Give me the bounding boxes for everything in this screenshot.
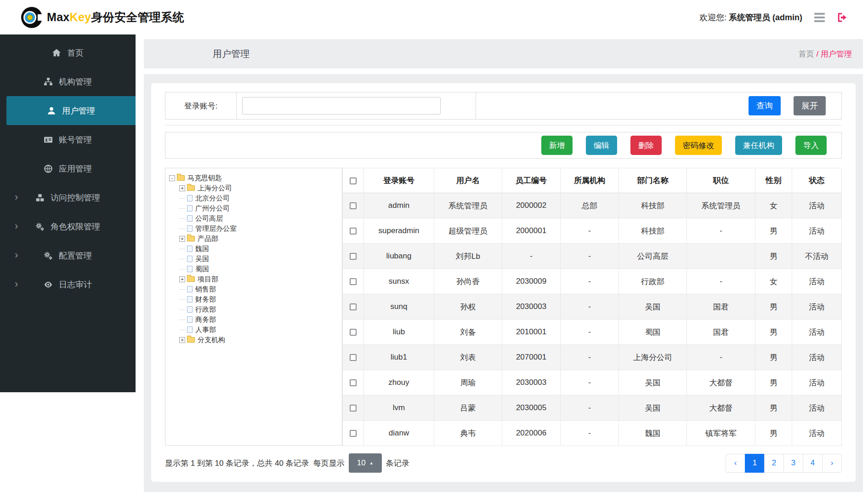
eye-icon: [44, 280, 53, 289]
tree-node[interactable]: 北京分公司: [169, 193, 338, 203]
cell-empno: 2030003: [502, 370, 561, 395]
tree-connector: [179, 198, 185, 199]
row-checkbox[interactable]: [350, 253, 357, 260]
row-checkbox[interactable]: [350, 202, 357, 209]
toolbar-button[interactable]: 密码修改: [675, 136, 722, 155]
page-2-link[interactable]: 2: [764, 454, 784, 473]
sidebar-item-org[interactable]: 机构管理: [0, 67, 136, 96]
tree-node[interactable]: 管理层办公室: [169, 223, 338, 234]
folder-icon: [187, 337, 195, 343]
expand-icon[interactable]: +: [179, 236, 185, 242]
cell-username: 孙权: [434, 294, 502, 320]
page-title: 用户管理: [213, 48, 250, 60]
breadcrumb-home[interactable]: 首页: [799, 50, 814, 58]
menu-toggle-icon[interactable]: [814, 12, 825, 23]
tree-node-label: 公司高层: [195, 214, 223, 223]
expand-button[interactable]: 展开: [794, 96, 826, 115]
main-content: 用户管理 首页 / 用户管理 登录账号: 查询 展开: [136, 34, 868, 492]
table-row: lvm吕蒙2030005-吴国大都督男活动: [343, 395, 842, 421]
toolbar-button[interactable]: 新增: [541, 136, 573, 155]
cell-gender: 男: [755, 421, 792, 446]
tree-node[interactable]: 蜀国: [169, 264, 338, 274]
row-select-cell: [343, 269, 364, 294]
table-row: superadmin超级管理员2000001-科技部-男活动: [343, 218, 842, 244]
select-all-checkbox[interactable]: [350, 177, 357, 184]
chevron-right-icon: ›: [15, 192, 18, 202]
toolbar-button[interactable]: 导入: [795, 136, 827, 155]
tree-node[interactable]: 人事部: [169, 325, 338, 335]
tree-node-label: 马克思钥匙: [187, 174, 222, 183]
per-page-dropdown[interactable]: 10 ▲: [349, 453, 382, 473]
tree-node[interactable]: 销售部: [169, 284, 338, 294]
topbar: MaxKey身份安全管理系统 欢迎您: 系统管理员 (admin): [0, 0, 868, 34]
tree-node[interactable]: 吴国: [169, 254, 338, 264]
cell-username: 刘邦Lb: [434, 244, 502, 269]
cell-status: 活动: [792, 193, 842, 218]
cell-username: 周瑜: [434, 370, 502, 395]
file-icon: [187, 306, 193, 313]
tree-node[interactable]: +项目部: [169, 274, 338, 284]
page-4-link[interactable]: 4: [803, 454, 823, 473]
cell-dept: 吴国: [619, 370, 687, 395]
tree-node[interactable]: +上海分公司: [169, 183, 338, 193]
page-3-link[interactable]: 3: [783, 454, 803, 473]
row-checkbox[interactable]: [350, 228, 357, 235]
tree-node[interactable]: 财务部: [169, 294, 338, 304]
sidebar-item-app[interactable]: 应用管理: [0, 154, 136, 183]
sidebar-item-user[interactable]: 用户管理: [6, 96, 136, 125]
row-checkbox[interactable]: [350, 329, 357, 336]
tree-node-label: 销售部: [195, 285, 216, 294]
cell-login: zhouy: [364, 370, 434, 395]
row-checkbox[interactable]: [350, 278, 357, 285]
tree-node[interactable]: +分支机构: [169, 335, 338, 345]
cell-empno: 2010001: [502, 320, 561, 345]
row-checkbox[interactable]: [350, 430, 357, 437]
cell-dept: 科技部: [619, 193, 687, 218]
expand-icon[interactable]: +: [179, 337, 185, 343]
sidebar-item-role[interactable]: ›角色权限管理: [0, 212, 136, 241]
toolbar-button[interactable]: 兼任机构: [735, 136, 782, 155]
cell-position: 大都督: [687, 395, 755, 421]
file-icon: [187, 316, 193, 323]
tree-node[interactable]: 魏国: [169, 244, 338, 254]
row-checkbox[interactable]: [350, 354, 357, 361]
login-account-input[interactable]: [242, 97, 441, 114]
sidebar-item-audit[interactable]: ›日志审计: [0, 270, 136, 299]
expand-icon[interactable]: +: [179, 185, 185, 191]
tree-node[interactable]: -马克思钥匙: [169, 173, 338, 183]
row-select-cell: [343, 345, 364, 370]
logout-icon[interactable]: [837, 12, 848, 23]
tree-node[interactable]: 公司高层: [169, 213, 338, 223]
tree-node-label: 分支机构: [198, 336, 225, 344]
row-checkbox[interactable]: [350, 405, 357, 412]
toolbar-button[interactable]: 删除: [630, 136, 662, 155]
sidebar-item-label: 账号管理: [59, 134, 92, 145]
sidebar-item-config[interactable]: ›配置管理: [0, 241, 136, 270]
cell-org: -: [561, 269, 619, 294]
row-checkbox[interactable]: [350, 379, 357, 386]
cell-status: 活动: [792, 320, 842, 345]
toolbar-button[interactable]: 编辑: [586, 136, 617, 155]
sidebar-item-access[interactable]: ›访问控制管理: [0, 183, 136, 212]
page-next: ›: [823, 454, 842, 473]
tree-node[interactable]: 商务部: [169, 315, 338, 325]
layout: 首页机构管理用户管理账号管理应用管理›访问控制管理›角色权限管理›配置管理›日志…: [0, 34, 868, 492]
page-prev-link[interactable]: ‹: [726, 454, 745, 473]
expand-icon[interactable]: +: [179, 276, 185, 282]
tree-node[interactable]: +产品部: [169, 234, 338, 244]
tree-node[interactable]: 广州分公司: [169, 203, 338, 213]
row-checkbox[interactable]: [350, 303, 357, 310]
tree-node[interactable]: 行政部: [169, 304, 338, 315]
sidebar-item-account[interactable]: 账号管理: [0, 125, 136, 154]
sidebar-item-home[interactable]: 首页: [0, 38, 136, 67]
page-1-link[interactable]: 1: [745, 454, 765, 473]
query-button[interactable]: 查询: [749, 96, 781, 115]
cell-dept: 吴国: [619, 294, 687, 320]
records-info: 显示第 1 到第 10 条记录，总共 40 条记录: [165, 458, 309, 469]
logo-core: [27, 15, 33, 20]
users-table: 登录账号用户名员工编号所属机构部门名称职位性别状态 admin系统管理员2000…: [342, 168, 842, 446]
cell-login: sunsx: [364, 269, 434, 294]
tree-connector: [179, 299, 185, 300]
collapse-icon[interactable]: -: [169, 175, 175, 181]
page-next-link[interactable]: ›: [822, 454, 842, 473]
